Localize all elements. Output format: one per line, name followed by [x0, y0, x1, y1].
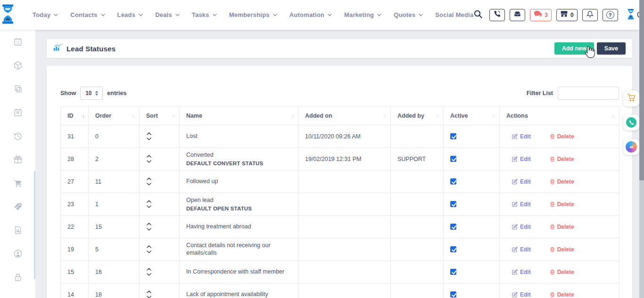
nav-item[interactable]: Memberships [229, 11, 277, 18]
sidebar-item-layers[interactable] [13, 85, 23, 95]
column-header-id[interactable]: ID↑↓ [61, 106, 89, 125]
delete-link[interactable]: Delete [550, 224, 574, 230]
active-checkbox[interactable] [450, 291, 456, 298]
edit-link[interactable]: Edit [512, 201, 531, 208]
delete-link[interactable]: Delete [550, 291, 574, 298]
cell-actions: Edit Delete [500, 170, 619, 193]
move-down-icon[interactable] [147, 160, 151, 163]
edit-link[interactable]: Edit [512, 269, 531, 275]
active-checkbox[interactable] [450, 246, 456, 252]
move-down-icon[interactable] [147, 296, 151, 298]
sidebar-item-gift[interactable] [13, 155, 23, 165]
contact-icon [13, 249, 23, 260]
app-logo[interactable] [0, 4, 16, 26]
move-up-icon[interactable] [147, 200, 151, 203]
cell-sort [140, 170, 180, 193]
edit-link[interactable]: Edit [512, 156, 531, 162]
move-down-icon[interactable] [147, 228, 151, 231]
sidebar-scrollbar-thumb[interactable] [34, 171, 35, 279]
column-header-sort[interactable]: Sort↑↓ [140, 106, 180, 125]
trash-icon [550, 179, 555, 185]
move-down-icon[interactable] [147, 137, 151, 140]
move-up-icon[interactable] [147, 223, 151, 226]
move-up-icon[interactable] [147, 132, 151, 135]
notifications-button[interactable] [582, 9, 598, 21]
float-ai-button[interactable]: AI [623, 139, 639, 155]
column-header-added-on[interactable]: Added on↑↓ [298, 106, 391, 125]
sidebar-item-cart[interactable] [13, 179, 23, 189]
sidebar-item-tag[interactable] [13, 202, 23, 212]
page-scrollbar[interactable] [639, 0, 644, 298]
active-checkbox[interactable] [450, 201, 456, 207]
filter-input[interactable] [558, 87, 619, 100]
cell-actions: Edit Delete [500, 193, 619, 216]
delete-link[interactable]: Delete [550, 133, 574, 140]
edit-link[interactable]: Edit [512, 224, 531, 230]
edit-link[interactable]: Edit [512, 178, 531, 185]
column-header-added-by[interactable]: Added by↑↓ [391, 106, 444, 125]
nav-item[interactable]: Deals [155, 11, 180, 18]
move-up-icon[interactable] [147, 177, 151, 180]
chevron-down-icon [175, 14, 180, 16]
sidebar-item-history[interactable] [13, 132, 23, 142]
topbar-right: 3 0 ? ClinicSoftware .com TEN STEPS AHEA… [473, 7, 644, 23]
move-up-icon[interactable] [147, 268, 151, 271]
chevron-down-icon [54, 14, 58, 16]
cell-added-on [298, 216, 391, 238]
column-header-name[interactable]: Name↑↓ [180, 106, 298, 125]
edit-link[interactable]: Edit [512, 291, 531, 298]
column-header-active[interactable]: Active↑↓ [444, 106, 500, 125]
nav-item[interactable]: Social Media [435, 11, 473, 18]
delete-link[interactable]: Delete [550, 156, 574, 162]
cell-id: 23 [61, 193, 89, 216]
page-size-select[interactable]: 10 [80, 87, 103, 100]
move-down-icon[interactable] [147, 205, 151, 208]
sort-icons: ↑↓ [172, 113, 175, 118]
phone-button[interactable] [489, 9, 505, 21]
help-button[interactable]: ? [603, 9, 618, 21]
float-cart-button[interactable] [623, 90, 639, 106]
move-up-icon[interactable] [147, 245, 151, 248]
nav-item[interactable]: Contacts [70, 11, 105, 18]
edit-icon [512, 179, 518, 185]
nav-item-label: Tasks [192, 11, 209, 18]
move-down-icon[interactable] [147, 183, 151, 185]
search-icon[interactable] [473, 9, 483, 21]
scrollbar-thumb[interactable] [639, 0, 644, 180]
nav-item[interactable]: Marketing [344, 11, 381, 18]
save-button[interactable]: Save [597, 42, 626, 55]
sidebar-item-contact[interactable] [13, 250, 23, 259]
delete-link[interactable]: Delete [550, 201, 574, 208]
float-phone-button[interactable] [623, 114, 639, 130]
nav-item[interactable]: Leads [117, 11, 143, 18]
move-up-icon[interactable] [147, 155, 151, 158]
active-checkbox[interactable] [450, 269, 456, 275]
sidebar-item-calendar-heart[interactable] [13, 108, 23, 118]
active-checkbox[interactable] [450, 178, 456, 185]
sidebar-item-report[interactable] [13, 226, 23, 236]
delete-link[interactable]: Delete [550, 246, 574, 253]
move-down-icon[interactable] [147, 273, 151, 276]
active-checkbox[interactable] [450, 133, 456, 139]
edit-link[interactable]: Edit [512, 246, 531, 253]
move-up-icon[interactable] [147, 290, 151, 293]
move-down-icon[interactable] [147, 250, 151, 253]
chat-button[interactable]: 3 [530, 9, 552, 21]
nav-item[interactable]: Quotes [394, 11, 423, 18]
sidebar-item-lock[interactable] [13, 273, 23, 283]
nav-item[interactable]: Automation [289, 11, 332, 18]
delete-link[interactable]: Delete [550, 269, 574, 275]
add-new-button[interactable]: Add new [554, 42, 594, 55]
active-checkbox[interactable] [450, 156, 456, 162]
delete-link[interactable]: Delete [550, 178, 574, 185]
sidebar-item-calendar[interactable]: 12 [13, 38, 23, 48]
store-button[interactable]: 0 [556, 9, 578, 21]
edit-link[interactable]: Edit [512, 133, 531, 140]
column-header-actions[interactable]: Actions↑↓ [500, 106, 619, 125]
column-header-order[interactable]: Order↑↓ [89, 106, 140, 125]
sidebar-item-package[interactable] [13, 61, 23, 71]
inbox-button[interactable] [510, 9, 525, 21]
nav-item[interactable]: Today [33, 11, 58, 18]
active-checkbox[interactable] [450, 224, 456, 230]
nav-item[interactable]: Tasks [192, 11, 217, 18]
